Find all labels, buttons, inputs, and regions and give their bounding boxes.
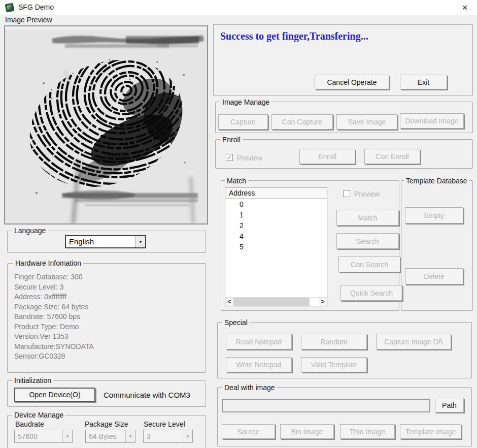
address-list-item[interactable]: 0 xyxy=(225,199,327,210)
communicate-status-text: Communicate with COM3 xyxy=(104,391,190,399)
cancel-operate-button[interactable]: Cancel Operate xyxy=(315,75,389,89)
hw-line-address: Address: 0xffffffff xyxy=(14,292,94,302)
image-preview-label: Image Preview xyxy=(5,16,52,24)
valid-template-button[interactable]: Valid Template xyxy=(301,357,367,372)
package-size-value: 64 Bytes xyxy=(86,430,125,442)
hw-line-sensor: Sensor:GC0328 xyxy=(14,351,94,362)
address-list-item[interactable]: 1 xyxy=(225,210,327,220)
match-group-label: Match xyxy=(225,177,248,185)
address-list-item[interactable]: 5 xyxy=(225,242,327,252)
download-image-button[interactable]: Download Image xyxy=(400,113,464,129)
image-path-input[interactable] xyxy=(222,399,430,412)
language-group-label: Language xyxy=(12,227,48,235)
hardware-info-lines: Finger Database: 300 Secure Level: 3 Add… xyxy=(14,272,94,362)
package-size-select[interactable]: 64 Bytes ▼ xyxy=(85,430,135,443)
hw-line-secure-level: Secure Level: 3 xyxy=(14,282,94,293)
check-icon: ✓ xyxy=(227,154,232,161)
enroll-preview-checkbox[interactable]: ✓ xyxy=(226,154,233,161)
save-image-button[interactable]: Save Image xyxy=(336,114,397,130)
secure-level-select[interactable]: 3 ▼ xyxy=(143,430,193,443)
scrollbar-thumb[interactable] xyxy=(233,298,310,306)
fingerprint-image xyxy=(5,26,207,223)
address-list-header: Address xyxy=(225,187,327,199)
deal-with-image-group-label: Deal with image xyxy=(222,383,277,392)
enroll-preview-label: Preview xyxy=(237,154,262,162)
language-selected-value: English xyxy=(66,236,135,247)
package-size-label: Package Size xyxy=(85,420,128,428)
open-device-button[interactable]: Open Device(O) xyxy=(14,388,95,402)
hw-line-manufacture: Manufacture:SYNODATA xyxy=(14,342,94,352)
baudrate-value: 57600 xyxy=(15,430,62,442)
scrollbar-track[interactable] xyxy=(310,298,319,306)
search-button[interactable]: Search xyxy=(336,233,399,249)
chevron-down-icon[interactable]: ▼ xyxy=(183,430,192,442)
device-manage-group-label: Device Manage xyxy=(12,411,65,419)
con-enroll-button[interactable]: Con Enroll xyxy=(364,149,420,164)
close-icon[interactable]: × xyxy=(459,2,471,14)
con-search-button[interactable]: Con Search xyxy=(338,257,400,272)
title-bar: SFG Demo × xyxy=(0,0,477,15)
special-group-label: Special xyxy=(222,318,250,327)
hw-line-bandrate: Bandrate: 57600 bps xyxy=(14,312,94,322)
horizontal-scrollbar[interactable]: < > xyxy=(225,297,327,306)
exit-button[interactable]: Exit xyxy=(400,75,447,89)
fingerprint-preview-panel xyxy=(4,25,208,225)
hw-line-product-type: Product Type: Demo xyxy=(14,322,94,332)
random-button[interactable]: Random xyxy=(301,334,367,349)
image-manage-group-label: Image Manage xyxy=(220,98,271,106)
app-window: SFG Demo × Image Preview xyxy=(0,0,477,448)
template-database-group-label: Template Database xyxy=(404,177,469,185)
capture-button[interactable]: Capture xyxy=(218,114,268,130)
empty-button[interactable]: Empty xyxy=(405,207,463,223)
read-notepad-button[interactable]: Read Notepad xyxy=(226,334,292,349)
write-notepad-button[interactable]: Write Notepad xyxy=(226,357,292,372)
address-list-item[interactable]: 2 xyxy=(225,220,327,231)
enroll-button[interactable]: Enroll xyxy=(299,149,355,164)
scroll-right-icon[interactable]: > xyxy=(319,298,327,306)
scroll-left-icon[interactable]: < xyxy=(225,298,233,306)
match-button[interactable]: Match xyxy=(336,210,399,226)
hw-line-version: Version:Ver 1353 xyxy=(14,332,94,342)
chevron-down-icon[interactable]: ▼ xyxy=(62,430,72,442)
secure-level-value: 3 xyxy=(144,430,183,442)
template-image-button[interactable]: Template Image xyxy=(400,424,461,439)
hardware-info-group-label: Hardware Infomation xyxy=(13,259,83,267)
source-button[interactable]: Source xyxy=(222,424,275,439)
hw-line-package-size: Package Size: 64 bytes xyxy=(14,302,94,312)
baudrate-select[interactable]: 57600 ▼ xyxy=(14,430,73,443)
language-select[interactable]: English ▼ xyxy=(65,235,146,248)
path-button[interactable]: Path xyxy=(435,398,464,412)
baudrate-label: Baudrate xyxy=(15,420,44,428)
delete-button[interactable]: Delete xyxy=(405,268,463,284)
address-list-item[interactable]: 4 xyxy=(225,231,327,242)
match-preview-checkbox[interactable] xyxy=(343,190,350,197)
chevron-down-icon[interactable]: ▼ xyxy=(135,236,145,247)
template-database-group xyxy=(401,180,473,311)
bin-image-button[interactable]: Bin Image xyxy=(280,424,334,439)
enroll-group-label: Enroll xyxy=(220,136,243,144)
thin-image-button[interactable]: Thin Image xyxy=(340,424,395,439)
address-listbox[interactable]: Address 0 1 2 4 5 < > xyxy=(225,187,327,306)
secure-level-label: Secure Level xyxy=(144,420,185,428)
con-capture-button[interactable]: Con Capture xyxy=(271,114,333,130)
initialization-group-label: Initialization xyxy=(12,376,53,385)
window-title: SFG Demo xyxy=(18,3,54,11)
match-preview-label: Preview xyxy=(354,190,380,198)
status-message: Success to get finger,Transfering... xyxy=(220,30,368,42)
chevron-down-icon[interactable]: ▼ xyxy=(125,430,135,442)
quick-search-button[interactable]: Quick Search xyxy=(340,285,402,301)
app-chip-icon xyxy=(4,2,15,13)
hw-line-finger-database: Finger Database: 300 xyxy=(14,272,94,282)
capture-image-db-button[interactable]: Capture Image DB xyxy=(376,334,451,349)
